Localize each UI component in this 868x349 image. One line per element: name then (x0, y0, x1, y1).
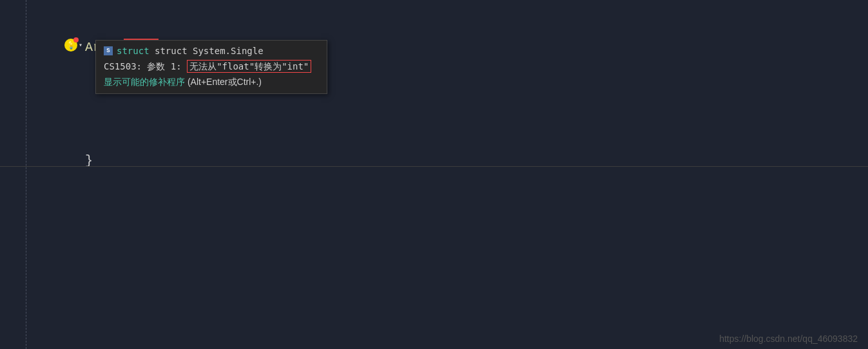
error-message: 无法从"float"转换为"int" (187, 60, 311, 73)
tooltip-struct-text: struct struct System.Single (117, 46, 264, 56)
lightbulb-icon[interactable]: 💡 (64, 39, 77, 52)
watermark: https://blog.csdn.net/qq_46093832 (719, 334, 858, 344)
code-area: Area(5.2f,7); 💡 ▾ struct struct System.S… (0, 6, 868, 192)
code-line-brace-top: } (39, 130, 868, 192)
tooltip-fix-line[interactable]: 显示可能的修补程序 (Alt+Enter或Ctrl+.) (104, 77, 319, 88)
fix-link[interactable]: 显示可能的修补程序 (104, 77, 185, 87)
tooltip-struct-line: struct struct System.Single (104, 46, 319, 56)
error-dot (73, 37, 79, 42)
struct-type-name: struct System.Single (155, 46, 264, 56)
fix-shortcut: (Alt+Enter或Ctrl+.) (185, 77, 262, 87)
lightbulb-container[interactable]: 💡 ▾ (64, 39, 82, 52)
tooltip-popup: struct struct System.Single CS1503: 参数 1… (95, 40, 327, 94)
editor-container: Area(5.2f,7); 💡 ▾ struct struct System.S… (0, 0, 868, 349)
struct-icon (104, 46, 113, 55)
tooltip-error-line: CS1503: 参数 1: 无法从"float"转换为"int" (104, 61, 319, 73)
lightbulb-dropdown[interactable]: ▾ (79, 41, 82, 49)
struct-keyword: struct (117, 46, 155, 56)
section-divider (0, 166, 868, 167)
error-code: CS1503: 参数 1: (104, 61, 187, 71)
